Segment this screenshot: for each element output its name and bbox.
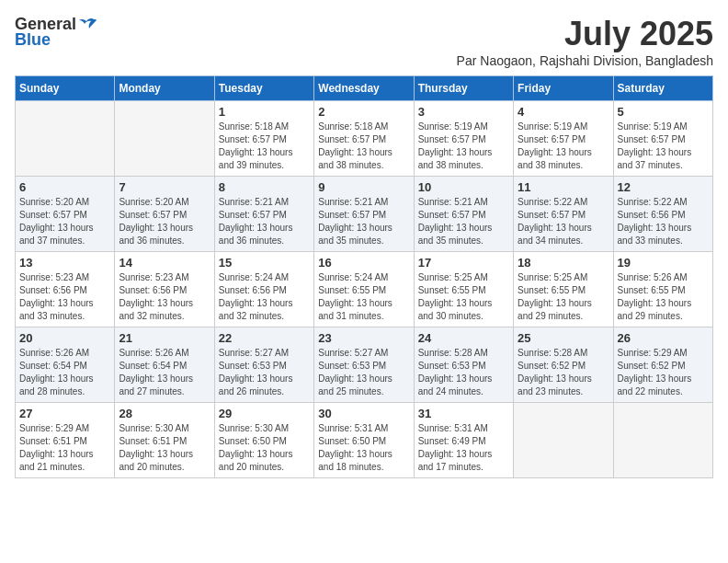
weekday-header-wednesday: Wednesday [314,76,414,101]
calendar-day-cell: 8Sunrise: 5:21 AM Sunset: 6:57 PM Daylig… [214,177,313,252]
day-info: Sunrise: 5:19 AM Sunset: 6:57 PM Dayligh… [618,121,709,172]
day-info: Sunrise: 5:18 AM Sunset: 6:57 PM Dayligh… [318,121,409,172]
day-info: Sunrise: 5:28 AM Sunset: 6:52 PM Dayligh… [518,347,609,398]
day-info: Sunrise: 5:28 AM Sunset: 6:53 PM Dayligh… [418,347,509,398]
day-info: Sunrise: 5:25 AM Sunset: 6:55 PM Dayligh… [418,271,509,323]
day-number: 2 [318,105,409,119]
day-number: 22 [219,331,310,345]
day-number: 28 [119,407,210,420]
calendar-day-cell: 16Sunrise: 5:24 AM Sunset: 6:55 PM Dayli… [314,252,414,327]
calendar-day-cell: 6Sunrise: 5:20 AM Sunset: 6:57 PM Daylig… [16,177,115,252]
day-info: Sunrise: 5:20 AM Sunset: 6:57 PM Dayligh… [19,196,110,247]
calendar-day-cell: 10Sunrise: 5:21 AM Sunset: 6:57 PM Dayli… [414,177,513,252]
location-title: Par Naogaon, Rajshahi Division, Banglade… [457,53,713,68]
day-info: Sunrise: 5:31 AM Sunset: 6:50 PM Dayligh… [318,422,409,474]
month-title: July 2025 [457,15,713,53]
logo: General Blue [15,15,98,50]
day-number: 12 [618,180,709,194]
day-info: Sunrise: 5:23 AM Sunset: 6:56 PM Dayligh… [19,271,110,323]
calendar-day-cell: 28Sunrise: 5:30 AM Sunset: 6:51 PM Dayli… [115,403,214,478]
calendar-day-cell: 1Sunrise: 5:18 AM Sunset: 6:57 PM Daylig… [214,101,313,177]
calendar-day-cell: 13Sunrise: 5:23 AM Sunset: 6:56 PM Dayli… [16,252,115,327]
day-number: 7 [119,180,210,194]
day-info: Sunrise: 5:20 AM Sunset: 6:57 PM Dayligh… [119,196,210,247]
title-area: July 2025 Par Naogaon, Rajshahi Division… [457,15,713,68]
calendar-week-row: 1Sunrise: 5:18 AM Sunset: 6:57 PM Daylig… [16,101,713,177]
calendar-day-cell: 23Sunrise: 5:27 AM Sunset: 6:53 PM Dayli… [314,327,414,403]
calendar-day-cell: 15Sunrise: 5:24 AM Sunset: 6:56 PM Dayli… [214,252,313,327]
day-info: Sunrise: 5:25 AM Sunset: 6:55 PM Dayligh… [518,271,609,323]
day-info: Sunrise: 5:18 AM Sunset: 6:57 PM Dayligh… [219,121,310,172]
calendar-day-cell: 25Sunrise: 5:28 AM Sunset: 6:52 PM Dayli… [514,327,613,403]
calendar-table: SundayMondayTuesdayWednesdayThursdayFrid… [15,75,713,478]
weekday-header-row: SundayMondayTuesdayWednesdayThursdayFrid… [16,76,713,101]
calendar-day-cell [115,101,214,177]
day-info: Sunrise: 5:19 AM Sunset: 6:57 PM Dayligh… [418,121,509,172]
day-info: Sunrise: 5:21 AM Sunset: 6:57 PM Dayligh… [219,196,310,247]
day-number: 29 [219,407,310,420]
day-number: 27 [19,407,110,420]
calendar-day-cell: 29Sunrise: 5:30 AM Sunset: 6:50 PM Dayli… [214,403,313,478]
day-number: 18 [518,256,609,270]
calendar-day-cell: 14Sunrise: 5:23 AM Sunset: 6:56 PM Dayli… [115,252,214,327]
logo-bird-icon [77,17,97,32]
calendar-day-cell: 20Sunrise: 5:26 AM Sunset: 6:54 PM Dayli… [16,327,115,403]
day-number: 9 [318,180,409,194]
calendar-day-cell: 21Sunrise: 5:26 AM Sunset: 6:54 PM Dayli… [115,327,214,403]
calendar-day-cell: 22Sunrise: 5:27 AM Sunset: 6:53 PM Dayli… [214,327,313,403]
calendar-day-cell: 18Sunrise: 5:25 AM Sunset: 6:55 PM Dayli… [514,252,613,327]
logo-blue: Blue [15,30,51,50]
day-info: Sunrise: 5:24 AM Sunset: 6:56 PM Dayligh… [219,271,310,323]
calendar-day-cell [514,403,613,478]
calendar-day-cell: 9Sunrise: 5:21 AM Sunset: 6:57 PM Daylig… [314,177,414,252]
calendar-day-cell: 7Sunrise: 5:20 AM Sunset: 6:57 PM Daylig… [115,177,214,252]
day-number: 15 [219,256,310,270]
day-number: 1 [219,105,310,119]
calendar-day-cell: 26Sunrise: 5:29 AM Sunset: 6:52 PM Dayli… [613,327,712,403]
calendar-day-cell: 3Sunrise: 5:19 AM Sunset: 6:57 PM Daylig… [414,101,513,177]
page-header: General Blue July 2025 Par Naogaon, Rajs… [15,15,713,68]
day-number: 31 [418,407,509,420]
weekday-header-sunday: Sunday [16,76,115,101]
day-number: 23 [318,331,409,345]
calendar-day-cell: 17Sunrise: 5:25 AM Sunset: 6:55 PM Dayli… [414,252,513,327]
calendar-week-row: 13Sunrise: 5:23 AM Sunset: 6:56 PM Dayli… [16,252,713,327]
calendar-week-row: 6Sunrise: 5:20 AM Sunset: 6:57 PM Daylig… [16,177,713,252]
calendar-day-cell: 31Sunrise: 5:31 AM Sunset: 6:49 PM Dayli… [414,403,513,478]
day-info: Sunrise: 5:29 AM Sunset: 6:51 PM Dayligh… [19,422,110,474]
day-info: Sunrise: 5:22 AM Sunset: 6:56 PM Dayligh… [618,196,709,247]
day-number: 24 [418,331,509,345]
calendar-day-cell: 30Sunrise: 5:31 AM Sunset: 6:50 PM Dayli… [314,403,414,478]
calendar-day-cell [16,101,115,177]
calendar-day-cell: 5Sunrise: 5:19 AM Sunset: 6:57 PM Daylig… [613,101,712,177]
day-number: 13 [19,256,110,270]
calendar-day-cell: 4Sunrise: 5:19 AM Sunset: 6:57 PM Daylig… [514,101,613,177]
day-info: Sunrise: 5:19 AM Sunset: 6:57 PM Dayligh… [518,121,609,172]
day-number: 16 [318,256,409,270]
day-info: Sunrise: 5:22 AM Sunset: 6:57 PM Dayligh… [518,196,609,247]
day-number: 25 [518,331,609,345]
day-info: Sunrise: 5:26 AM Sunset: 6:55 PM Dayligh… [618,271,709,323]
day-info: Sunrise: 5:23 AM Sunset: 6:56 PM Dayligh… [119,271,210,323]
day-info: Sunrise: 5:24 AM Sunset: 6:55 PM Dayligh… [318,271,409,323]
calendar-day-cell: 12Sunrise: 5:22 AM Sunset: 6:56 PM Dayli… [613,177,712,252]
calendar-day-cell [613,403,712,478]
day-number: 6 [19,180,110,194]
calendar-week-row: 20Sunrise: 5:26 AM Sunset: 6:54 PM Dayli… [16,327,713,403]
calendar-day-cell: 2Sunrise: 5:18 AM Sunset: 6:57 PM Daylig… [314,101,414,177]
day-info: Sunrise: 5:27 AM Sunset: 6:53 PM Dayligh… [219,347,310,398]
weekday-header-thursday: Thursday [414,76,513,101]
calendar-day-cell: 11Sunrise: 5:22 AM Sunset: 6:57 PM Dayli… [514,177,613,252]
day-info: Sunrise: 5:29 AM Sunset: 6:52 PM Dayligh… [618,347,709,398]
day-info: Sunrise: 5:26 AM Sunset: 6:54 PM Dayligh… [119,347,210,398]
weekday-header-friday: Friday [514,76,613,101]
day-number: 19 [618,256,709,270]
day-number: 4 [518,105,609,119]
day-number: 8 [219,180,310,194]
day-number: 3 [418,105,509,119]
calendar-week-row: 27Sunrise: 5:29 AM Sunset: 6:51 PM Dayli… [16,403,713,478]
day-number: 14 [119,256,210,270]
day-number: 20 [19,331,110,345]
calendar-day-cell: 27Sunrise: 5:29 AM Sunset: 6:51 PM Dayli… [16,403,115,478]
day-number: 5 [618,105,709,119]
